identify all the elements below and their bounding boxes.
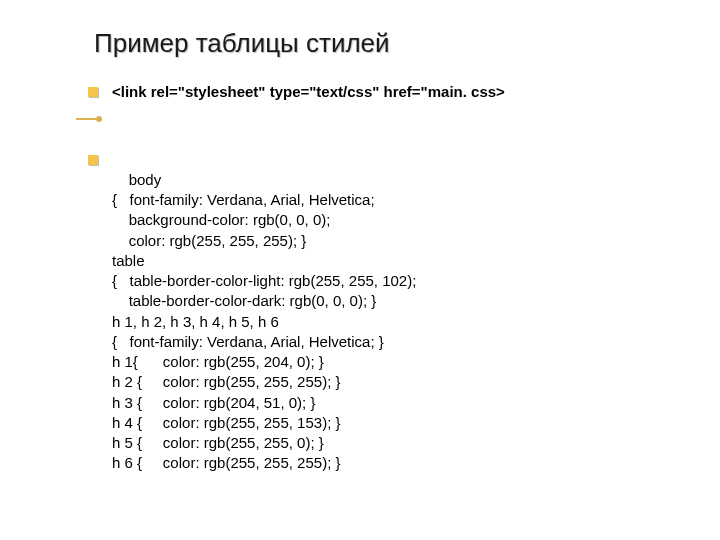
link-tag-line: <link rel="stylesheet" type="text/css" h…: [94, 81, 656, 104]
bullet-icon: [88, 87, 98, 97]
css-code-block: body { font-family: Verdana, Arial, Helv…: [94, 150, 656, 494]
connector-line-icon: [76, 118, 100, 120]
css-code-text: body { font-family: Verdana, Arial, Helv…: [112, 171, 416, 472]
bullet-icon: [88, 155, 98, 165]
slide: Пример таблицы стилей <link rel="stylesh…: [0, 0, 720, 494]
slide-title: Пример таблицы стилей: [94, 28, 656, 59]
link-tag-text: <link rel="stylesheet" type="text/css" h…: [112, 83, 505, 100]
